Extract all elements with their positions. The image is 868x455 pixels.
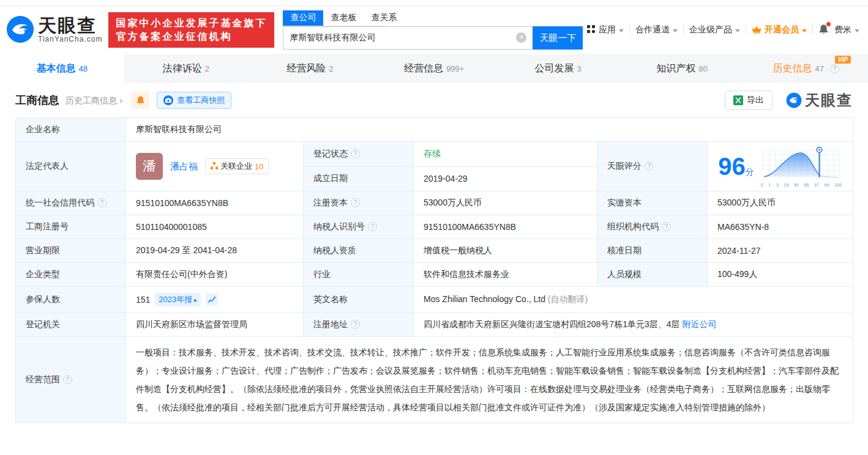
top-nav: 应用 合作通道 企业级产品 开通会员 费米 bbox=[586, 24, 859, 37]
table-row: 统一社会信用代码 91510100MA6635YN8B 注册资本 53000万人… bbox=[16, 191, 853, 215]
vip-badge: VIP bbox=[835, 56, 851, 64]
reg-status-value: 存续 bbox=[414, 142, 597, 167]
nav-partner[interactable]: 合作通道 bbox=[635, 24, 678, 35]
field-label-taxpayer-quality: 纳税人资质 bbox=[304, 239, 414, 263]
help-icon[interactable] bbox=[368, 222, 377, 231]
field-label-english-name: 英文名称 bbox=[304, 287, 414, 313]
nav-apps[interactable]: 应用 bbox=[586, 24, 624, 35]
history-business-info-link[interactable]: 历史工商信息 bbox=[65, 95, 122, 106]
search-area: 查公司 查老板 查关系 天眼一下 bbox=[283, 10, 583, 50]
field-label-est-date: 成立日期 bbox=[304, 166, 414, 191]
help-icon[interactable] bbox=[830, 64, 839, 73]
tab-basic-info[interactable]: 基本信息48 bbox=[0, 54, 124, 83]
table-row: 企业类型 有限责任公司(中外合资) 行业 软件和信息技术服务业 人员规模 100… bbox=[16, 263, 853, 287]
company-name-value: 摩斯智联科技有限公司 bbox=[126, 118, 853, 142]
est-date-value: 2019-04-29 bbox=[414, 166, 597, 191]
legal-rep-avatar[interactable]: 潘 bbox=[136, 153, 163, 180]
tab-company-development[interactable]: 公司发展3 bbox=[496, 54, 620, 83]
field-label-approval-date: 核准日期 bbox=[597, 239, 708, 263]
field-label-staff-size: 人员规模 bbox=[597, 263, 708, 287]
table-row: 经营范围 一般项目：技术服务、技术开发、技术咨询、技术交流、技术转让、技术推广；… bbox=[16, 337, 853, 423]
table-row: 企业名称 摩斯智联科技有限公司 bbox=[16, 118, 853, 142]
excel-icon bbox=[733, 95, 743, 105]
field-label-legal-rep: 法定代表人 bbox=[16, 142, 126, 191]
tab-history-info[interactable]: VIP 历史信息47 bbox=[744, 54, 868, 83]
industry-value: 软件和信息技术服务业 bbox=[414, 263, 597, 287]
reg-capital-value: 53000万人民币 bbox=[414, 191, 597, 215]
table-row: 参保人数 151 2023年报 英文名称 Mos Zhilian Technol… bbox=[16, 287, 853, 313]
tianyan-score-cell[interactable]: 96分 bbox=[708, 142, 853, 191]
search-tab-boss[interactable]: 查老板 bbox=[323, 10, 364, 26]
legal-rep-name-link[interactable]: 潘占福 bbox=[170, 161, 198, 172]
field-label-org-code: 组织机构代码 bbox=[597, 215, 708, 239]
camera-icon bbox=[163, 95, 173, 105]
nearby-companies-link[interactable]: 附近公司 bbox=[682, 319, 716, 329]
insured-value: 151 2023年报 bbox=[126, 287, 304, 313]
top-header: 天眼查 TianYanCha.com 国家中小企业发展子基金旗下 官方备案企业征… bbox=[0, 6, 868, 54]
field-label-reg-capital: 注册资本 bbox=[304, 191, 414, 215]
paid-capital-value: 53000万人民币 bbox=[708, 191, 853, 215]
score-value: 96 bbox=[718, 153, 746, 180]
table-row: 登记机关 四川天府新区市场监督管理局 注册地址 四川省成都市天府新区兴隆街道宝塘… bbox=[16, 313, 853, 337]
tab-intellectual-property[interactable]: 知识产权80 bbox=[620, 54, 744, 83]
score-axis-labels: 0131550859799100 bbox=[760, 183, 842, 187]
apps-grid-icon bbox=[586, 24, 596, 35]
table-row: 法定代表人 潘 潘占福 关联企业 10 登记状态 存续 天眼评分 96分 bbox=[16, 142, 853, 167]
export-button[interactable]: 导出 bbox=[725, 91, 773, 110]
field-label-tianyan-score: 天眼评分 bbox=[597, 142, 708, 191]
taxpayer-id-value: 91510100MA6635YN8B bbox=[414, 215, 597, 239]
chevron-down-icon bbox=[735, 29, 740, 32]
nav-user[interactable]: 费米 bbox=[834, 24, 859, 35]
chevron-down-icon bbox=[855, 29, 859, 32]
field-label-address: 注册地址 bbox=[304, 313, 414, 337]
related-companies-badge[interactable]: 关联企业 10 bbox=[205, 158, 269, 174]
reg-number-value: 510110400001085 bbox=[126, 215, 304, 239]
approval-date-value: 2024-11-27 bbox=[708, 239, 853, 263]
annual-report-badge[interactable]: 2023年报 bbox=[155, 293, 201, 306]
page-top-divider bbox=[0, 0, 868, 6]
search-tab-relation[interactable]: 查关系 bbox=[364, 10, 404, 26]
help-icon[interactable] bbox=[97, 198, 107, 207]
nav-open-vip[interactable]: 开通会员 bbox=[752, 24, 807, 35]
uscc-value: 91510100MA6635YN8B bbox=[126, 191, 304, 215]
notification-bell-icon[interactable] bbox=[818, 24, 829, 37]
field-label-industry: 行业 bbox=[304, 263, 414, 287]
crown-icon bbox=[752, 24, 761, 35]
certification-badge: 国家中小企业发展子基金旗下 官方备案企业征信机构 bbox=[108, 12, 274, 48]
help-icon[interactable] bbox=[351, 320, 360, 329]
legal-rep-cell: 潘 潘占福 关联企业 10 bbox=[126, 142, 304, 191]
field-label-reg-status: 登记状态 bbox=[304, 142, 414, 167]
help-icon[interactable] bbox=[662, 222, 671, 231]
search-button[interactable]: 天眼一下 bbox=[533, 26, 583, 50]
trend-chart-icon[interactable] bbox=[206, 294, 218, 306]
business-term-value: 2019-04-29 至 2041-04-28 bbox=[126, 239, 304, 263]
search-tabs: 查公司 查老板 查关系 bbox=[283, 10, 386, 26]
help-icon[interactable] bbox=[645, 161, 654, 171]
section-title: 工商信息 bbox=[15, 93, 59, 108]
org-code-value: MA6635YN-8 bbox=[708, 215, 853, 239]
tab-legal-lawsuits[interactable]: 法律诉讼2 bbox=[124, 54, 249, 83]
field-label-business-term: 营业期限 bbox=[16, 239, 126, 263]
tab-business-info[interactable]: 经营信息999+ bbox=[372, 54, 496, 83]
tab-operation-risk[interactable]: 经营风险2 bbox=[248, 54, 372, 83]
address-value: 四川省成都市天府新区兴隆街道宝塘村四组208号7栋1单元3层、4层 附近公司 bbox=[414, 313, 853, 337]
search-input[interactable] bbox=[283, 26, 533, 50]
business-snapshot-button[interactable]: 查看工商快照 bbox=[157, 92, 231, 109]
help-icon[interactable] bbox=[63, 375, 72, 384]
notification-dot bbox=[826, 22, 831, 26]
field-label-company-name: 企业名称 bbox=[16, 118, 126, 142]
business-scope-value: 一般项目：技术服务、技术开发、技术咨询、技术交流、技术转让、技术推广；软件开发；… bbox=[126, 337, 853, 423]
nav-enterprise-products[interactable]: 企业级产品 bbox=[689, 24, 740, 35]
search-tab-company[interactable]: 查公司 bbox=[283, 10, 323, 26]
field-label-uscc: 统一社会信用代码 bbox=[16, 191, 126, 215]
table-row: 营业期限 2019-04-29 至 2041-04-28 纳税人资质 增值税一般… bbox=[16, 239, 853, 263]
table-row: 工商注册号 510110400001085 纳税人识别号 91510100MA6… bbox=[16, 215, 853, 239]
brand-logo[interactable]: 天眼查 TianYanCha.com bbox=[6, 15, 102, 45]
help-icon[interactable] bbox=[351, 149, 360, 158]
chevron-down-icon bbox=[802, 29, 807, 32]
subscribe-bell-button[interactable] bbox=[131, 92, 149, 109]
chevron-down-icon bbox=[673, 29, 678, 32]
help-icon[interactable] bbox=[351, 198, 360, 207]
business-info-table: 企业名称 摩斯智联科技有限公司 法定代表人 潘 潘占福 关联企业 10 登记状态… bbox=[15, 117, 853, 423]
org-chart-icon bbox=[211, 162, 218, 171]
